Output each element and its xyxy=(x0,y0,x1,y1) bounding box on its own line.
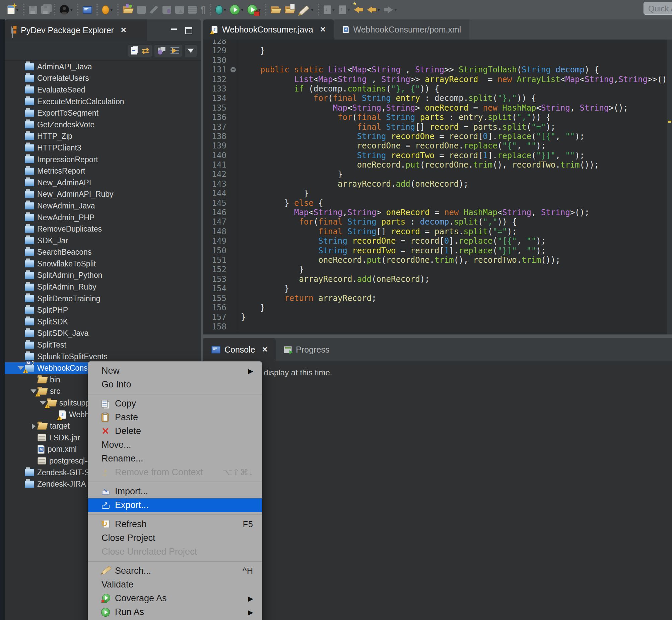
collapse-all-icon[interactable] xyxy=(131,47,137,55)
line-number: 134 xyxy=(203,94,229,103)
toolbar-separator xyxy=(318,4,319,16)
tree-item-splitsdk-java[interactable]: SplitSDK_Java xyxy=(5,328,201,340)
menu-item-copy[interactable]: Copy xyxy=(88,397,262,411)
debug-button[interactable]: ▾ xyxy=(100,2,115,17)
tree-item-snowflaketosplit[interactable]: SnowflakeToSplit xyxy=(5,258,201,270)
filters-icon[interactable] xyxy=(170,47,179,55)
mark-occurrences-button[interactable]: ▾ xyxy=(297,2,316,17)
link-with-editor-icon[interactable]: ⇄ xyxy=(142,46,149,55)
open-clipboard-folder-button[interactable] xyxy=(283,2,297,17)
menu-item-move[interactable]: Move... xyxy=(88,438,262,452)
tree-item-exporttosegment[interactable]: ExportToSegment xyxy=(5,107,201,119)
close-editor-tab-icon[interactable]: ✕ xyxy=(320,25,326,34)
chevron-down-icon[interactable] xyxy=(30,390,38,393)
submenu-arrow-icon: ▶ xyxy=(248,595,253,603)
menu-item-paste[interactable]: Paste xyxy=(88,411,262,424)
tool-disabled-5-button xyxy=(186,2,199,17)
tree-item-removeduplicates[interactable]: RemoveDuplicates xyxy=(5,223,201,235)
fold-marker[interactable] xyxy=(229,65,238,74)
tree-item-searchbeacons[interactable]: SearchBeacons xyxy=(5,247,201,258)
next-annotation-button: ↓▾ xyxy=(322,2,337,17)
menu-item-refresh[interactable]: RefreshF5 xyxy=(88,517,262,531)
tree-item-label: SearchBeacons xyxy=(37,248,92,257)
quick-access-box[interactable]: Quick Access xyxy=(643,2,672,15)
code-line-139: 139 recordOne = recordOne.replace("{", "… xyxy=(203,141,667,151)
back-button[interactable]: ▾ xyxy=(365,2,382,17)
proj-icon xyxy=(25,307,34,314)
export-icon: ↗ xyxy=(102,502,115,509)
tree-item-splitdemotraining[interactable]: SplitDemoTraining xyxy=(5,293,201,305)
tree-item-evaluateseed[interactable]: EvaluateSeed xyxy=(5,84,201,96)
submenu-arrow-icon: ▶ xyxy=(248,367,253,375)
menu-item-import[interactable]: ↘Import... xyxy=(88,484,262,498)
tree-item-adminapi-java[interactable]: AdminAPI_Java xyxy=(5,61,201,73)
menu-item-search[interactable]: Search...^H xyxy=(88,564,262,578)
chevron-down-icon[interactable] xyxy=(17,366,25,370)
tree-item-httpclient3[interactable]: HTTPClient3 xyxy=(5,142,201,154)
menu-item-rename[interactable]: Rename... xyxy=(88,452,262,465)
menu-item-label: New xyxy=(102,366,120,376)
tree-item-getzendeskvote[interactable]: GetZendeskVote xyxy=(5,119,201,131)
tree-item-new-adminapi[interactable]: New_AdminAPI xyxy=(5,177,201,189)
tree-item-splitadmin-ruby[interactable]: SplitAdmin_Ruby xyxy=(5,281,201,293)
proj-icon xyxy=(25,214,34,221)
code-text: oneRecord.put(recordOne.trim(), recordTw… xyxy=(238,160,599,169)
console-tab[interactable]: Console ✕ xyxy=(203,338,276,361)
editor-tab-webhookconsumer-java[interactable]: J! WebhookConsumer.java ✕ xyxy=(203,19,334,40)
tree-item-splitsdk[interactable]: SplitSDK xyxy=(5,316,201,328)
code-line-152: 152 } xyxy=(203,265,667,274)
menu-item-delete[interactable]: ✕Delete xyxy=(88,424,262,438)
tree-item-http-zip[interactable]: HTTP_Zip xyxy=(5,131,201,143)
chevron-right-icon[interactable] xyxy=(30,423,38,429)
menu-item-go-into[interactable]: Go Into xyxy=(88,378,262,392)
overview-ruler[interactable] xyxy=(667,40,672,334)
view-tab-pydev-package-explorer[interactable]: PyDev Package Explorer ✕ xyxy=(5,19,147,41)
chevron-down-icon[interactable] xyxy=(39,401,47,405)
fold-gutter xyxy=(229,132,238,141)
pydev-console-button[interactable] xyxy=(81,2,94,17)
new-wizard-button[interactable]: ▾ xyxy=(5,2,21,17)
tree-item-splitadmin-python[interactable]: SplitAdmin_Python xyxy=(5,270,201,281)
copy-icon xyxy=(102,400,115,408)
package-presentation-icon[interactable] xyxy=(157,47,166,55)
tree-item-label: SplitDemoTraining xyxy=(37,294,100,303)
menu-item-close-project[interactable]: Close Project xyxy=(88,531,262,545)
menu-item-export[interactable]: ↗Export... xyxy=(88,498,262,512)
last-edit-location-button[interactable]: * xyxy=(352,2,365,17)
fold-gutter xyxy=(229,265,238,274)
editor-tab-pom-xml[interactable]: WebhookConsumer/pom.xml xyxy=(334,19,470,40)
tree-item-correlateusers[interactable]: CorrelateUsers xyxy=(5,73,201,85)
paste-icon xyxy=(102,413,115,422)
tree-item-impressionreport[interactable]: ImpressionReport xyxy=(5,154,201,165)
user-profile-button[interactable]: ▾ xyxy=(58,2,75,17)
tree-item-new-adminapi-ruby[interactable]: New_AdminAPI_Ruby xyxy=(5,189,201,200)
run-button[interactable]: ▾ xyxy=(228,2,245,17)
tree-item-splittest[interactable]: SplitTest xyxy=(5,339,201,351)
tree-item-sdk-jar[interactable]: SDK_Jar xyxy=(5,235,201,247)
external-tools-button[interactable]: ▾ xyxy=(214,2,228,17)
tree-item-splitphp[interactable]: SplitPHP xyxy=(5,304,201,316)
tree-item-metricsreport[interactable]: MetricsReport xyxy=(5,165,201,177)
maximize-view-button[interactable] xyxy=(185,27,192,34)
tree-item-splunktosplitevents[interactable]: SplunkToSplitEvents xyxy=(5,351,201,363)
code-editor[interactable]: 128129 }130131 public static List<Map<St… xyxy=(203,40,667,334)
tree-item-executemetriccalculation[interactable]: ExecuteMetricCalculation xyxy=(5,96,201,108)
tree-item-newadmin-php[interactable]: NewAdmin_PHP xyxy=(5,212,201,223)
menu-item-coverage-as[interactable]: Coverage As▶ xyxy=(88,591,262,605)
minimize-view-button[interactable] xyxy=(170,27,177,34)
view-menu-icon[interactable] xyxy=(187,49,194,53)
open-resource-folder-button[interactable] xyxy=(269,2,283,17)
menu-item-run-as[interactable]: Run As▶ xyxy=(88,605,262,619)
close-console-icon[interactable]: ✕ xyxy=(262,346,268,354)
progress-tab[interactable]: Progress xyxy=(276,338,337,361)
menu-item-validate[interactable]: Validate xyxy=(88,578,262,591)
debug-launch-folder-button[interactable] xyxy=(121,2,135,17)
line-number: 147 xyxy=(203,217,229,226)
code-text: String recordTwo = record[1].replace("}]… xyxy=(238,151,584,160)
menu-item-new[interactable]: New▶ xyxy=(88,364,262,378)
close-view-icon[interactable]: ✕ xyxy=(121,26,127,34)
tree-item-newadmin-java[interactable]: NewAdmin_Java xyxy=(5,200,201,212)
forward-button: ▾ xyxy=(382,2,399,17)
fold-gutter xyxy=(229,179,238,189)
profile-button[interactable]: ▾ xyxy=(245,2,263,17)
